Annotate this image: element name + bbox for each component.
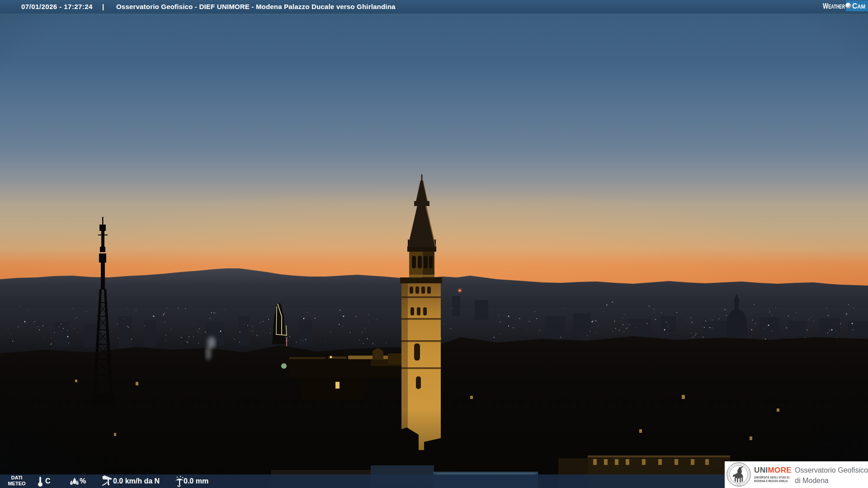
svg-text:1175: 1175 <box>737 484 741 486</box>
